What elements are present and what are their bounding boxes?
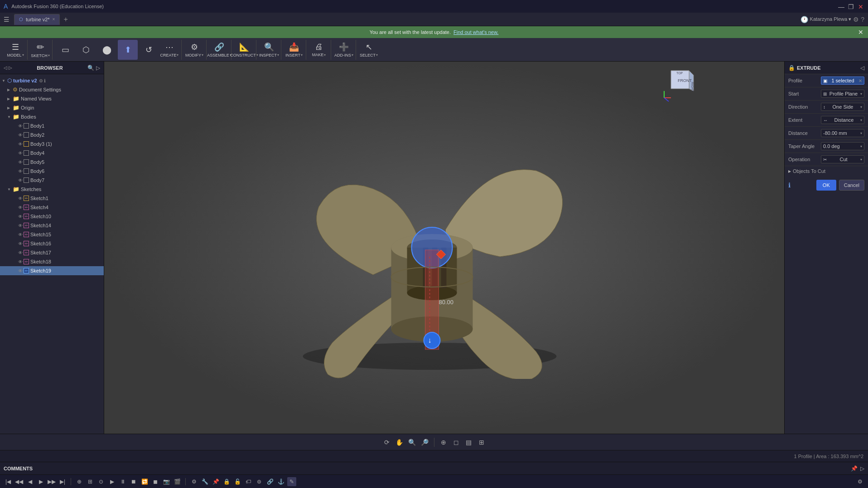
tree-item-sketch17[interactable]: 👁 ✏ Sketch17: [0, 248, 104, 257]
view-cube[interactable]: FRONT RIGHT TOP: [662, 66, 698, 102]
tree-item-sketch1[interactable]: 👁 ✏ Sketch1: [0, 194, 104, 203]
taper-dropdown-icon[interactable]: ▾: [860, 144, 862, 148]
create-extrude-button[interactable]: ⬆: [118, 40, 138, 60]
extrude-taper-value[interactable]: 0.0 deg ▾: [821, 142, 864, 150]
tree-item-document-settings[interactable]: ▶ ⚙ Document Settings: [0, 85, 104, 94]
timeline-target-icon[interactable]: ⊚: [255, 477, 264, 486]
viewport[interactable]: 80.00 ↓ -80.00 mm ▾: [104, 62, 784, 434]
pan-button[interactable]: ✋: [394, 437, 405, 448]
notification-close-button[interactable]: ✕: [858, 29, 863, 36]
tree-item-origin[interactable]: ▶ 📁 Origin: [0, 103, 104, 112]
make-button[interactable]: 🖨 MAKE ▾: [309, 40, 329, 60]
create-revolve-button[interactable]: ↺: [139, 40, 159, 60]
tab-turbine[interactable]: ⬡ turbine v2* ×: [14, 14, 60, 25]
tree-item-sketch14[interactable]: 👁 ✏ Sketch14: [0, 221, 104, 230]
start-dropdown-icon[interactable]: ▾: [860, 92, 862, 96]
insert-button[interactable]: 📥 INSERT ▾: [284, 40, 304, 60]
objects-to-cut-row[interactable]: ▶ Objects To Cut: [785, 166, 868, 176]
extent-dropdown-icon[interactable]: ▾: [860, 118, 862, 122]
tree-item-sketch10[interactable]: 👁 ✏ Sketch10: [0, 212, 104, 221]
tree-item-body2[interactable]: 👁 Body2: [0, 130, 104, 139]
body4-visibility-icon[interactable]: 👁: [18, 151, 23, 156]
modify-button[interactable]: ⚙ MODIFY ▾: [184, 40, 204, 60]
sketch14-visibility-icon[interactable]: 👁: [18, 223, 23, 228]
timeline-pencil-icon[interactable]: ✎: [287, 477, 296, 486]
tree-item-root[interactable]: ▼ ⬡ turbine v2 ⚙ ℹ: [0, 76, 104, 85]
timeline-video-icon[interactable]: 🎬: [173, 477, 182, 486]
timeline-loop-icon[interactable]: 🔁: [140, 477, 149, 486]
sketch17-visibility-icon[interactable]: 👁: [18, 250, 23, 255]
tree-item-bodies[interactable]: ▼ 📁 Bodies: [0, 112, 104, 121]
restore-button[interactable]: ❐: [848, 3, 854, 10]
operation-dropdown-icon[interactable]: ▾: [860, 158, 862, 162]
timeline-grid-icon[interactable]: ⊞: [86, 477, 95, 486]
inspect-button[interactable]: 🔍 INSPECT ▾: [259, 40, 279, 60]
timeline-record-icon[interactable]: ◼: [151, 477, 160, 486]
tab-close-button[interactable]: ×: [53, 17, 55, 22]
tree-item-body1[interactable]: 👁 Body1: [0, 121, 104, 130]
create-dropdown-button[interactable]: ⋯ CREATE ▾: [159, 40, 179, 60]
tree-item-body7[interactable]: 👁 Body7: [0, 176, 104, 185]
close-button[interactable]: ✕: [858, 3, 864, 10]
timeline-stop-icon[interactable]: ⏹: [129, 477, 138, 486]
browser-expand-icon[interactable]: ◁ ▷: [4, 65, 12, 70]
view-grid-button[interactable]: ⊞: [476, 437, 487, 448]
body7-visibility-icon[interactable]: 👁: [18, 178, 23, 183]
select-button[interactable]: ↖ SELECT ▾: [359, 40, 379, 60]
view-shaded-button[interactable]: ▤: [463, 437, 474, 448]
help-icon[interactable]: ?: [861, 16, 864, 23]
model-mode-button[interactable]: ☰ MODEL ▾: [5, 40, 25, 60]
tree-item-sketch4[interactable]: 👁 ✏ Sketch4: [0, 203, 104, 212]
body2-visibility-icon[interactable]: 👁: [18, 133, 23, 138]
timeline-pause-icon[interactable]: ⏸: [118, 477, 127, 486]
timeline-wrench-icon[interactable]: 🔧: [200, 477, 209, 486]
extrude-cancel-button[interactable]: Cancel: [839, 180, 864, 191]
timeline-snapshot-icon[interactable]: 📷: [162, 477, 171, 486]
extrude-expand-button[interactable]: ◁: [860, 65, 864, 71]
fit-to-screen-button[interactable]: ⊕: [438, 437, 449, 448]
tree-item-named-views[interactable]: ▶ 📁 Named Views: [0, 94, 104, 103]
sketch4-visibility-icon[interactable]: 👁: [18, 205, 23, 210]
timeline-final-settings[interactable]: ⚙: [855, 477, 864, 486]
view-wireframe-button[interactable]: ◻: [451, 437, 462, 448]
anim-step-back[interactable]: ◀: [25, 477, 34, 486]
new-tab-button[interactable]: +: [63, 15, 68, 24]
assemble-button[interactable]: 🔗 ASSEMBLE ▾: [209, 40, 229, 60]
root-info-icon[interactable]: ℹ: [44, 78, 46, 83]
sketch-button[interactable]: ✏ SKETCH ▾: [30, 40, 50, 60]
sketch18-visibility-icon[interactable]: 👁: [18, 259, 23, 264]
comments-collapse-button[interactable]: ▷: [860, 465, 864, 472]
extrude-profile-value[interactable]: ▣ 1 selected ✕: [821, 77, 864, 85]
addins-button[interactable]: ➕ ADD-INS ▾: [334, 40, 354, 60]
extrude-info-button[interactable]: ℹ: [788, 182, 791, 189]
tree-item-sketch18[interactable]: 👁 ✏ Sketch18: [0, 257, 104, 266]
sketch19-visibility-icon[interactable]: 👁: [18, 268, 23, 273]
anim-play[interactable]: ▶: [36, 477, 45, 486]
body3-visibility-icon[interactable]: 👁: [18, 142, 23, 147]
tree-item-sketch15[interactable]: 👁 ✏ Sketch15: [0, 230, 104, 239]
tree-item-sketches[interactable]: ▼ 📁 Sketches: [0, 185, 104, 194]
zoom-button[interactable]: 🔍: [407, 437, 418, 448]
tree-item-body4[interactable]: 👁 Body4: [0, 148, 104, 158]
sketch16-visibility-icon[interactable]: 👁: [18, 241, 23, 246]
body6-visibility-icon[interactable]: 👁: [18, 169, 23, 174]
tree-item-body3[interactable]: 👁 Body3 (1): [0, 139, 104, 148]
anim-step-forward[interactable]: ▶▶: [47, 477, 56, 486]
timeline-pin-icon[interactable]: 📌: [211, 477, 220, 486]
settings-icon[interactable]: ⚙: [853, 16, 859, 23]
profile-clear-button[interactable]: ✕: [858, 78, 862, 83]
app-menu-icon[interactable]: ☰: [4, 16, 10, 23]
timeline-anchor-icon[interactable]: ⚓: [276, 477, 285, 486]
distance-dropdown-icon[interactable]: ▾: [860, 131, 862, 135]
extrude-direction-value[interactable]: ↕ One Side ▾: [821, 103, 864, 111]
browser-search-icon[interactable]: 🔍: [87, 65, 94, 71]
anim-goto-end[interactable]: ▶|: [58, 477, 67, 486]
body5-visibility-icon[interactable]: 👁: [18, 160, 23, 165]
browser-collapse-button[interactable]: ▷: [96, 65, 100, 71]
tree-item-sketch19[interactable]: 👁 ✏ Sketch19: [0, 266, 104, 275]
timeline-tag-icon[interactable]: 🏷: [244, 477, 253, 486]
body1-visibility-icon[interactable]: 👁: [18, 124, 23, 129]
timeline-unlock-icon[interactable]: 🔓: [233, 477, 242, 486]
minimize-button[interactable]: —: [838, 3, 844, 10]
extrude-ok-button[interactable]: OK: [816, 180, 836, 191]
